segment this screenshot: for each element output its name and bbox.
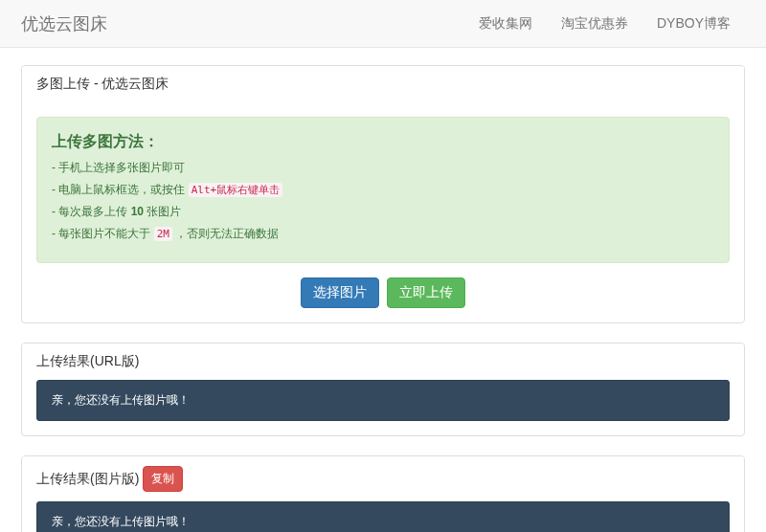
upload-panel-heading: 多图上传 - 优选云图床 (22, 66, 744, 102)
nav-links: 爱收集网 淘宝优惠券 DYBOY博客 (464, 1, 745, 47)
nav-link-taobao[interactable]: 淘宝优惠券 (547, 1, 642, 47)
result-img-panel: 上传结果(图片版) 复制 亲，您还没有上传图片哦！ (21, 455, 745, 532)
result-url-panel: 上传结果(URL版) 亲，您还没有上传图片哦！ (21, 343, 745, 436)
brand-link[interactable]: 优选云图床 (21, 12, 107, 35)
line2-pre: - 电脑上鼠标框选，或按住 (52, 183, 189, 196)
line4-a: - 每张图片不能大于 (52, 227, 154, 240)
line4-b: ，否则无法正确数据 (172, 227, 279, 240)
result-url-heading: 上传结果(URL版) (22, 344, 744, 380)
line3-c: 张图片 (144, 205, 181, 218)
nav-link-aishouji[interactable]: 爱收集网 (464, 1, 547, 47)
navbar: 优选云图床 爱收集网 淘宝优惠券 DYBOY博客 (0, 0, 766, 48)
instruction-line-3: - 每次最多上传 10 张图片 (52, 204, 714, 220)
max-size-code: 2M (154, 227, 172, 241)
method-title: 上传多图方法： (52, 132, 714, 152)
instruction-line-4: - 每张图片不能大于 2M ，否则无法正确数据 (52, 226, 714, 242)
line3-b: 10 (131, 205, 144, 218)
upload-panel: 多图上传 - 优选云图床 上传多图方法： - 手机上选择多张图片即可 - 电脑上… (21, 65, 745, 323)
result-img-heading: 上传结果(图片版) 复制 (22, 456, 744, 501)
alt-shortcut-code: Alt+鼠标右键单击 (189, 183, 283, 197)
result-url-content: 亲，您还没有上传图片哦！ (36, 380, 730, 421)
nav-link-dyboy[interactable]: DYBOY博客 (642, 1, 745, 47)
copy-button[interactable]: 复制 (143, 466, 183, 492)
instruction-line-2: - 电脑上鼠标框选，或按住 Alt+鼠标右键单击 (52, 182, 714, 198)
upload-instructions: 上传多图方法： - 手机上选择多张图片即可 - 电脑上鼠标框选，或按住 Alt+… (36, 117, 730, 263)
upload-now-button[interactable]: 立即上传 (387, 277, 465, 308)
result-img-heading-text: 上传结果(图片版) (36, 471, 139, 488)
button-row: 选择图片 立即上传 (36, 277, 730, 308)
result-img-content: 亲，您还没有上传图片哦！ (36, 501, 730, 532)
instruction-line-1: - 手机上选择多张图片即可 (52, 160, 714, 176)
line3-a: - 每次最多上传 (52, 205, 131, 218)
select-image-button[interactable]: 选择图片 (301, 277, 379, 308)
